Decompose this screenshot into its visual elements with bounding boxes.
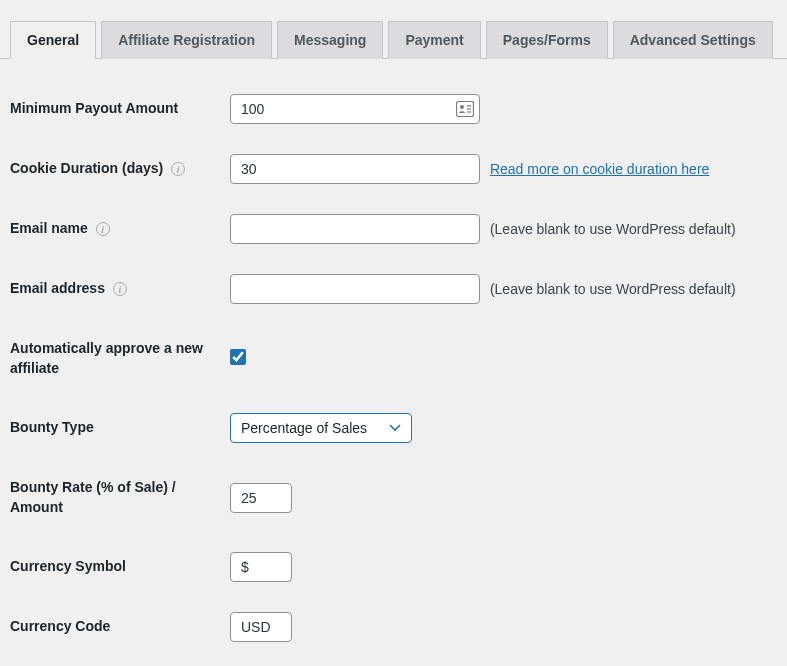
link-cookie-duration[interactable]: Read more on cookie duration here xyxy=(490,161,709,177)
label-min-payout: Minimum Payout Amount xyxy=(0,79,220,139)
label-auto-approve: Automatically approve a new affiliate xyxy=(0,319,220,398)
tab-pages-forms[interactable]: Pages/Forms xyxy=(486,21,608,59)
info-icon[interactable]: i xyxy=(171,162,185,176)
label-bounty-rate: Bounty Rate (% of Sale) / Amount xyxy=(0,458,220,537)
tab-messaging[interactable]: Messaging xyxy=(277,21,383,59)
info-icon[interactable]: i xyxy=(96,222,110,236)
input-email-name[interactable] xyxy=(230,214,480,244)
label-email-name: Email name i xyxy=(0,199,220,259)
select-bounty-type[interactable]: Percentage of Sales xyxy=(230,413,412,443)
hint-email-name: (Leave blank to use WordPress default) xyxy=(490,221,736,237)
input-cookie-duration[interactable] xyxy=(230,154,480,184)
input-currency-symbol[interactable] xyxy=(230,552,292,582)
tabs-bar: General Affiliate Registration Messaging… xyxy=(0,20,787,59)
input-currency-code[interactable] xyxy=(230,612,292,642)
tab-affiliate-registration[interactable]: Affiliate Registration xyxy=(101,21,272,59)
label-bounty-type: Bounty Type xyxy=(0,398,220,458)
settings-form: Minimum Payout Amount xyxy=(0,79,787,657)
label-email-address: Email address i xyxy=(0,259,220,319)
tab-payment[interactable]: Payment xyxy=(388,21,480,59)
chevron-down-icon xyxy=(389,421,401,435)
input-email-address[interactable] xyxy=(230,274,480,304)
input-min-payout[interactable] xyxy=(230,94,480,124)
hint-email-address: (Leave blank to use WordPress default) xyxy=(490,281,736,297)
input-bounty-rate[interactable] xyxy=(230,483,292,513)
select-bounty-type-value: Percentage of Sales xyxy=(241,420,367,436)
label-currency-code: Currency Code xyxy=(0,597,220,657)
label-cookie-duration: Cookie Duration (days) i xyxy=(0,139,220,199)
tab-general[interactable]: General xyxy=(10,21,96,59)
label-currency-symbol: Currency Symbol xyxy=(0,537,220,597)
checkbox-auto-approve[interactable] xyxy=(230,349,246,365)
info-icon[interactable]: i xyxy=(113,282,127,296)
tab-advanced-settings[interactable]: Advanced Settings xyxy=(613,21,773,59)
